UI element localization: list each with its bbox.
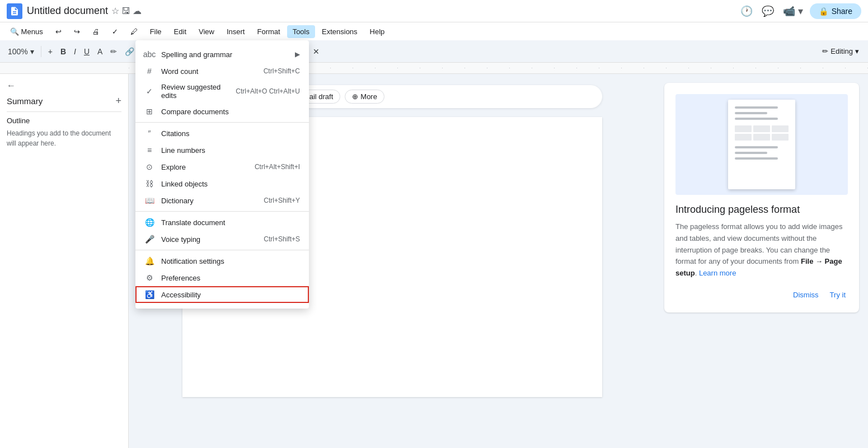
citations-item[interactable]: ″ Citations	[135, 125, 309, 142]
line-numbers-item[interactable]: ≡ Line numbers	[135, 142, 309, 158]
cloud-icon: ☁	[133, 6, 142, 16]
spellcheck-btn[interactable]: ✓	[106, 25, 124, 38]
google-docs-icon	[7, 3, 22, 19]
grid-cell-3	[772, 125, 789, 132]
menu-insert[interactable]: Insert	[221, 25, 251, 38]
share-icon: 🔒	[819, 7, 828, 16]
grid-cell-2	[753, 125, 770, 132]
word-count-icon: #	[144, 66, 154, 76]
menu-tools[interactable]: Tools	[287, 25, 315, 38]
learn-more-link[interactable]: Learn more	[699, 269, 736, 277]
preview-line-4	[735, 146, 778, 148]
tools-dropdown-menu: abc Spelling and grammar ▶ # Word count …	[135, 40, 309, 309]
preview-line-1	[735, 106, 778, 109]
zoom-btn[interactable]: +	[45, 45, 56, 58]
spelling-icon: abc	[144, 49, 154, 59]
menu-section-4: 🔔 Notification settings ⚙ Preferences ♿ …	[135, 250, 309, 305]
voice-typing-item[interactable]: 🎤 Voice typing Ctrl+Shift+S	[135, 231, 309, 248]
preview-grid	[735, 125, 789, 141]
editing-mode-selector[interactable]: ✏ Editing ▾	[818, 45, 864, 58]
menu-extensions[interactable]: Extensions	[316, 25, 363, 38]
outline-title: Outline	[7, 116, 121, 125]
preview-line-6	[735, 157, 778, 160]
grid-cell-1	[735, 125, 752, 132]
menu-edit[interactable]: Edit	[168, 25, 192, 38]
outline-hint: Headings you add to the document will ap…	[7, 128, 121, 148]
save-status-icon: 🖫	[121, 6, 130, 16]
title-actions: ☆ 🖫 ☁	[111, 6, 142, 16]
dismiss-button[interactable]: Dismiss	[791, 288, 821, 301]
compare-icon: ⊞	[144, 106, 154, 116]
more-icon: ⊕	[352, 92, 358, 101]
explore-item[interactable]: ⊙ Explore Ctrl+Alt+Shift+I	[135, 158, 309, 175]
share-button[interactable]: 🔒 Share	[810, 3, 861, 19]
redo-btn[interactable]: ↪	[68, 25, 86, 38]
italic-btn[interactable]: I	[71, 45, 79, 58]
sidebar-divider	[7, 111, 121, 112]
microphone-icon: 🎤	[144, 234, 154, 244]
review-icon: ✓	[144, 86, 154, 96]
right-panel: Introducing pageless format The pageless…	[655, 74, 868, 448]
text-color-btn[interactable]: A	[94, 45, 106, 58]
translate-doc-item[interactable]: 🌐 Translate document	[135, 214, 309, 231]
menu-section-1: abc Spelling and grammar ▶ # Word count …	[135, 44, 309, 122]
summary-title: Summary	[7, 96, 43, 106]
menu-file[interactable]: File	[144, 25, 167, 38]
compare-docs-item[interactable]: ⊞ Compare documents	[135, 103, 309, 120]
menu-bar: 🔍 Menus ↩ ↪ 🖨 ✓ 🖊 File Edit View Insert …	[0, 22, 868, 40]
paint-format-btn[interactable]: 🖊	[125, 25, 143, 38]
chevron-down-icon: ▾	[855, 47, 859, 55]
bold-btn[interactable]: B	[57, 45, 69, 58]
grid-cell-6	[772, 134, 789, 141]
dictionary-item[interactable]: 📖 Dictionary Ctrl+Shift+Y	[135, 192, 309, 209]
menu-section-2: ″ Citations ≡ Line numbers ⊙ Explore Ctr…	[135, 122, 309, 211]
arrow-icon: ▶	[295, 50, 300, 58]
menu-help[interactable]: Help	[364, 25, 391, 38]
undo-btn[interactable]: ↩	[50, 25, 67, 38]
preview-line-5	[735, 152, 767, 154]
video-icon[interactable]: 📹 ▾	[781, 3, 805, 20]
main-layout: ← Summary + Outline Headings you add to …	[0, 74, 868, 448]
summary-header: Summary +	[7, 95, 121, 107]
try-it-button[interactable]: Try it	[828, 288, 848, 301]
preview-line-3	[735, 118, 778, 120]
notification-settings-item[interactable]: 🔔 Notification settings	[135, 253, 309, 269]
print-btn[interactable]: 🖨	[87, 25, 105, 38]
linked-objects-item[interactable]: ⛓ Linked objects	[135, 175, 309, 192]
pageless-actions: Dismiss Try it	[675, 288, 848, 301]
page-preview	[728, 100, 795, 189]
separator-1	[41, 46, 41, 57]
document-title[interactable]: Untitled document	[27, 5, 108, 17]
highlight-btn[interactable]: ✏	[107, 45, 120, 58]
menus-search[interactable]: 🔍 Menus	[4, 25, 49, 38]
preferences-item[interactable]: ⚙ Preferences	[135, 269, 309, 286]
menu-section-3: 🌐 Translate document 🎤 Voice typing Ctrl…	[135, 211, 309, 250]
pageless-format-card: Introducing pageless format The pageless…	[664, 83, 859, 312]
font-size-btn[interactable]: 100% ▾	[4, 45, 37, 58]
translate-icon: 🌐	[144, 217, 154, 227]
sidebar-back-btn[interactable]: ←	[7, 81, 121, 91]
pageless-description: The pageless format allows you to add wi…	[675, 221, 848, 279]
title-bar: Untitled document ☆ 🖫 ☁ 🕐 💬 📹 ▾ 🔒 Share	[0, 0, 868, 22]
ruler	[0, 63, 868, 74]
pageless-preview	[675, 94, 848, 195]
star-icon[interactable]: ☆	[111, 6, 119, 16]
spelling-grammar-item[interactable]: abc Spelling and grammar ▶	[135, 46, 309, 63]
underline-btn[interactable]: U	[81, 45, 93, 58]
grid-cell-4	[735, 134, 752, 141]
toolbar-right: 🕐 💬 📹 ▾ 🔒 Share	[738, 3, 861, 20]
clear-format-btn[interactable]: ✕	[309, 45, 323, 58]
comment-icon[interactable]: 💬	[759, 3, 776, 20]
menu-view[interactable]: View	[193, 25, 220, 38]
preferences-icon: ⚙	[144, 273, 154, 283]
accessibility-icon: ♿	[144, 290, 154, 300]
accessibility-item[interactable]: ♿ Accessibility	[135, 286, 309, 303]
add-summary-icon[interactable]: +	[115, 95, 121, 107]
history-icon[interactable]: 🕐	[738, 3, 755, 20]
preview-line-2	[735, 112, 767, 114]
review-edits-item[interactable]: ✓ Review suggested edits Ctrl+Alt+O Ctrl…	[135, 80, 309, 103]
more-chip[interactable]: ⊕ More	[345, 90, 384, 104]
word-count-item[interactable]: # Word count Ctrl+Shift+C	[135, 63, 309, 80]
linked-objects-icon: ⛓	[144, 179, 154, 189]
menu-format[interactable]: Format	[251, 25, 285, 38]
